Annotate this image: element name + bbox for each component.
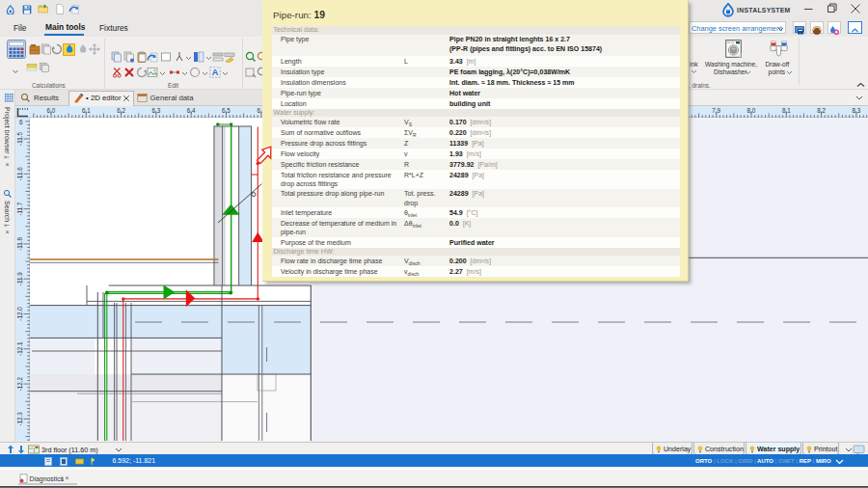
svg-text:-12.1: -12.1: [16, 341, 23, 356]
svg-text:-11.7: -11.7: [16, 202, 23, 215]
svg-text:-11.5: -11.5: [16, 132, 23, 146]
svg-text:-12.3: -12.3: [16, 412, 23, 426]
svg-text:A: A: [212, 68, 219, 77]
svg-text:-11.6: -11.6: [16, 167, 23, 180]
svg-text:-12.2: -12.2: [16, 376, 23, 391]
svg-text:-11.8: -11.8: [16, 236, 23, 250]
svg-text:-11.9: -11.9: [16, 272, 23, 285]
svg-text:-12.0: -12.0: [16, 307, 23, 321]
